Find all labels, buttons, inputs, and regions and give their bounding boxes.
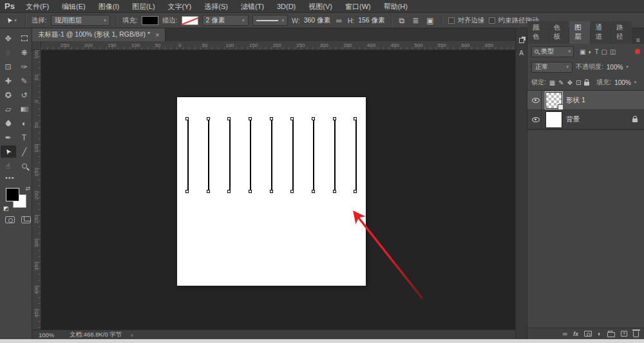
select-mode-dropdown[interactable]: 现用图层 ▾ [51,15,110,26]
shape-line[interactable] [292,119,294,191]
layer-row-background[interactable]: 背景 [527,110,644,129]
path-anchor-point[interactable] [227,117,231,120]
path-anchor-point[interactable] [249,117,252,120]
blur-tool[interactable] [1,117,16,129]
zoom-level-field[interactable]: 100% [39,331,61,338]
panel-menu-icon[interactable]: ≡ [632,36,644,44]
panel-tab-inactive[interactable]: 色板 [549,21,569,44]
layer-name[interactable]: 背景 [566,115,580,124]
filter-adjustment-layers-icon[interactable]: ◐ [588,48,592,55]
menu-item[interactable]: 文字(Y) [162,0,198,13]
path-anchor-point[interactable] [185,117,189,120]
vertical-ruler[interactable]: 10050050100150200250300350400450 [32,50,41,329]
path-anchor-point[interactable] [333,117,336,120]
path-anchor-point[interactable] [207,190,210,193]
horizontal-ruler[interactable]: 2502001501005005010015020025030035040045… [41,41,515,50]
layer-thumbnail[interactable] [545,111,562,128]
filter-type-layers-icon[interactable]: T [595,48,599,55]
shape-line[interactable] [187,119,189,191]
quick-mask-button[interactable] [5,216,15,223]
screen-mode-button[interactable] [21,216,31,223]
lock-all-icon[interactable] [584,82,589,86]
document-canvas[interactable] [177,97,366,286]
visibility-toggle[interactable] [530,91,542,109]
menu-item[interactable]: 图像(I) [92,0,126,13]
foreground-color-swatch[interactable] [6,188,19,201]
menu-item[interactable]: 3D(D) [270,0,302,13]
link-dimensions-icon[interactable]: ∞ [334,16,344,25]
shape-width-field[interactable]: 360 像素 [304,16,330,25]
brush-tool[interactable]: ✎ [17,75,32,87]
filter-smart-objects-icon[interactable]: ◫ [610,48,616,55]
align-edges-checkbox[interactable]: 对齐边缘 [448,16,485,25]
layer-row-shape1[interactable]: 形状 1 [527,91,644,110]
lock-artboard-icon[interactable]: ⊡ [576,79,581,86]
menu-item[interactable]: 选择(S) [198,0,234,13]
adjustment-layer-icon[interactable]: ◐ [598,330,601,337]
filter-pixel-layers-icon[interactable]: ▣ [580,48,585,55]
lock-transparency-icon[interactable]: ▦ [549,79,555,86]
menu-item[interactable]: 编辑(E) [55,0,92,13]
delete-layer-icon[interactable] [633,331,639,337]
path-anchor-point[interactable] [290,190,294,193]
lasso-tool[interactable]: ◌ [1,46,16,59]
status-flyout-icon[interactable]: › [131,331,133,338]
path-anchor-point[interactable] [207,117,210,120]
panel-tab-inactive[interactable]: 路径 [611,21,632,44]
menu-item[interactable]: 滤镜(T) [234,0,270,13]
dodge-tool[interactable]: ◐ [17,117,32,129]
panel-tab-inactive[interactable]: 颜色 [527,21,548,44]
group-layers-icon[interactable] [607,332,615,337]
visibility-toggle[interactable] [530,110,542,129]
shape-line[interactable] [313,119,314,191]
stroke-type-dropdown[interactable]: ▾ [252,15,289,26]
eraser-tool[interactable]: ▱ [1,103,16,115]
path-anchor-point[interactable] [290,117,294,120]
shape-line[interactable] [334,119,336,191]
blend-mode-dropdown[interactable]: 正常 ▾ [531,62,573,73]
shape-line[interactable] [355,119,357,191]
shape-line[interactable] [271,119,272,191]
path-anchor-point[interactable] [312,117,315,120]
panel-tab-active[interactable]: 图层 [569,21,590,44]
close-icon[interactable]: × [155,31,159,39]
current-tool-button[interactable]: ➤ ▾ [4,15,19,25]
swap-colors-icon[interactable]: ⇄ [25,185,30,192]
lock-pixels-icon[interactable]: ✎ [558,79,564,86]
opacity-value[interactable]: 100% [607,64,623,71]
path-selection-tool[interactable]: ➤ [1,145,16,158]
zoom-tool[interactable] [17,160,32,172]
new-layer-icon[interactable] [621,331,627,337]
toolbar-overflow-icon[interactable]: ••• [0,174,15,181]
layer-style-icon[interactable]: fx [573,331,578,337]
filter-toggle-icon[interactable] [635,49,640,54]
document-tab[interactable]: 未标题-1 @ 100% (形状 1, RGB/8#) * × [32,28,166,41]
layer-fill-value[interactable]: 100% [614,79,631,86]
default-colors-icon[interactable]: ◩ [3,205,9,212]
stroke-color-swatch[interactable] [182,16,198,25]
canvas-viewport[interactable] [41,50,515,329]
panel-tab-inactive[interactable]: 通道 [591,21,611,44]
path-anchor-point[interactable] [270,190,273,193]
menu-item[interactable]: 窗口(W) [339,0,377,13]
move-tool[interactable]: ✥ [1,32,16,44]
filter-type-dropdown[interactable]: 类型 ▾ [531,46,574,57]
pen-tool[interactable]: ✒ [1,131,16,144]
arrange-panel-icon[interactable] [519,38,524,43]
menu-item[interactable]: 帮助(H) [377,0,414,13]
chevron-down-icon[interactable]: ▾ [634,80,637,85]
quick-selection-tool[interactable]: ❋ [17,46,32,59]
chevron-down-icon[interactable]: ▾ [626,64,629,70]
menu-item[interactable]: 文件(F) [19,0,55,13]
shape-height-field[interactable]: 156 像素 [358,16,384,25]
layer-name[interactable]: 形状 1 [566,96,585,105]
hand-tool[interactable]: ☝ [1,160,16,172]
path-alignment-icon[interactable]: ≣ [410,16,421,25]
crop-tool[interactable]: ⊡ [1,60,16,73]
path-anchor-point[interactable] [354,190,357,193]
stroke-width-dropdown[interactable]: 2 像素 ▾ [202,15,249,26]
gradient-tool[interactable] [17,103,32,115]
shape-line[interactable] [250,119,251,191]
shape-line[interactable] [229,119,231,191]
link-layers-icon[interactable]: ∞ [563,330,567,337]
